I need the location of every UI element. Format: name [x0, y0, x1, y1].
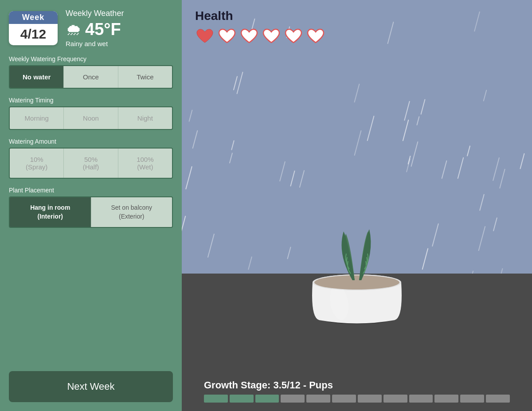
bottom-bar: Growth Stage: 3.5/12 - Pups	[182, 371, 532, 411]
amount-spray-btn[interactable]: 10%(Spray)	[10, 149, 64, 178]
progress-segment-8	[383, 395, 407, 403]
progress-segment-7	[358, 395, 382, 403]
heart-5	[284, 27, 303, 46]
watering-timing-group: Morning Noon Night	[9, 106, 173, 130]
timing-noon-btn[interactable]: Noon	[64, 107, 118, 129]
watering-amount-label: Watering Amount	[9, 138, 173, 145]
timing-morning-btn[interactable]: Morning	[10, 107, 64, 129]
progress-segment-4	[281, 395, 305, 403]
watering-timing-label: Watering Timing	[9, 97, 173, 104]
health-section: Health	[195, 9, 325, 46]
plant-scene	[295, 176, 419, 327]
heart-3	[239, 27, 259, 46]
amount-half-btn[interactable]: 50%(Half)	[64, 149, 118, 178]
week-date: 4/12	[9, 24, 58, 45]
placement-group: Hang in room(Interior) Set on balcony(Ex…	[9, 196, 173, 228]
watering-freq-label: Weekly Watering Frequency	[9, 55, 173, 63]
freq-twice-btn[interactable]: Twice	[118, 66, 172, 88]
progress-segment-11	[460, 395, 484, 403]
weather-title: Weekly Weather	[66, 9, 124, 18]
watering-amount-group: 10%(Spray) 50%(Half) 100%(Wet)	[9, 148, 173, 179]
weather-info: Weekly Weather 🌧 45°F Rainy and wet	[66, 9, 124, 47]
watering-timing-section: Watering Timing Morning Noon Night	[9, 97, 173, 130]
progress-segment-12	[486, 395, 510, 403]
plant-placement-section: Plant Placement Hang in room(Interior) S…	[9, 187, 173, 228]
left-panel: Week 4/12 Weekly Weather 🌧 45°F Rainy an…	[0, 0, 182, 411]
progress-segment-3	[255, 395, 279, 403]
health-title: Health	[195, 9, 325, 23]
progress-segment-10	[434, 395, 458, 403]
scene-area: Health	[182, 0, 532, 371]
freq-no-water-btn[interactable]: No water	[10, 66, 64, 88]
plant-svg	[295, 176, 419, 327]
freq-once-btn[interactable]: Once	[64, 66, 118, 88]
svg-point-4	[314, 275, 399, 290]
heart-6	[306, 27, 325, 46]
week-header: Week 4/12 Weekly Weather 🌧 45°F Rainy an…	[9, 9, 173, 47]
plant-placement-label: Plant Placement	[9, 187, 173, 194]
placement-exterior-btn[interactable]: Set on balcony(Exterior)	[91, 197, 172, 227]
week-badge: Week 4/12	[9, 11, 58, 45]
watering-amount-section: Watering Amount 10%(Spray) 50%(Half) 100…	[9, 138, 173, 179]
timing-night-btn[interactable]: Night	[118, 107, 172, 129]
amount-wet-btn[interactable]: 100%(Wet)	[118, 149, 172, 178]
heart-2	[217, 27, 237, 46]
hearts-row	[195, 27, 325, 46]
progress-bar	[204, 395, 510, 403]
growth-stage-label: Growth Stage: 3.5/12 - Pups	[204, 380, 333, 391]
placement-interior-btn[interactable]: Hang in room(Interior)	[10, 197, 91, 227]
week-label: Week	[9, 11, 58, 24]
right-panel: Health	[182, 0, 532, 411]
progress-segment-1	[204, 395, 228, 403]
watering-freq-group: No water Once Twice	[9, 65, 173, 89]
heart-4	[262, 27, 281, 46]
weather-temp: 45°F	[85, 20, 121, 39]
next-week-button[interactable]: Next Week	[9, 371, 173, 402]
heart-1	[195, 27, 215, 46]
progress-segment-5	[306, 395, 330, 403]
watering-freq-section: Weekly Watering Frequency No water Once …	[9, 55, 173, 89]
progress-segment-6	[332, 395, 356, 403]
progress-segment-9	[409, 395, 433, 403]
progress-segment-2	[230, 395, 254, 403]
weather-desc: Rainy and wet	[66, 40, 124, 47]
rain-cloud-icon: 🌧	[66, 20, 82, 39]
weather-temp-row: 🌧 45°F	[66, 20, 124, 39]
